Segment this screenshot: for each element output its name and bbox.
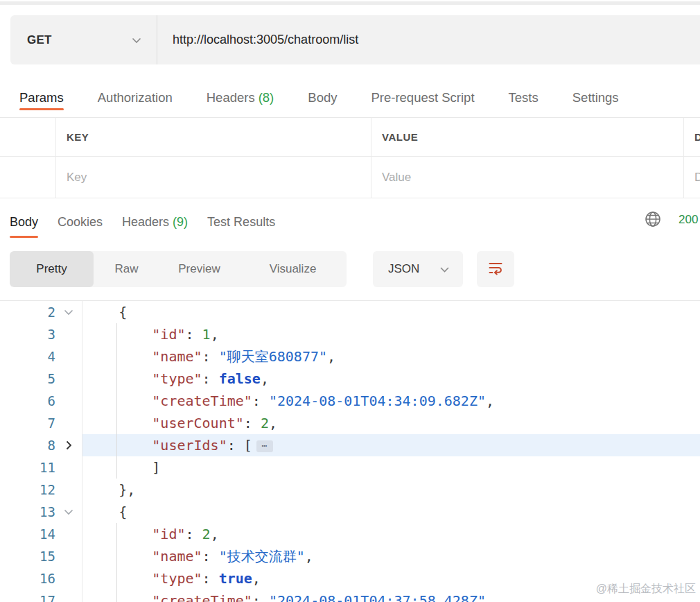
token-punc bbox=[85, 393, 152, 409]
code-line-3: 3 "id": 1, bbox=[0, 323, 700, 345]
response-format-dropdown[interactable]: JSON bbox=[373, 251, 463, 287]
token-key: "userIds" bbox=[152, 437, 227, 454]
token-punc bbox=[85, 570, 152, 587]
line-number: 11 bbox=[0, 456, 55, 479]
code-line-7: 7 "userCount": 2, bbox=[0, 412, 700, 434]
token-punc: , bbox=[211, 526, 219, 542]
collapsed-ellipsis-badge[interactable]: ⋯ bbox=[256, 440, 273, 452]
response-tabs: BodyCookiesHeaders(9)Test Results bbox=[0, 205, 275, 239]
code-text: "id": 2, bbox=[82, 523, 700, 545]
token-punc: , bbox=[327, 348, 335, 365]
token-punc: , bbox=[252, 570, 261, 587]
fold-gutter bbox=[55, 456, 82, 479]
token-punc: , bbox=[486, 592, 494, 602]
response-status-badge: 200 bbox=[679, 213, 698, 227]
token-punc: , bbox=[269, 415, 277, 431]
globe-icon[interactable] bbox=[645, 211, 661, 227]
line-number: 13 bbox=[0, 501, 55, 523]
token-str: "聊天室680877" bbox=[219, 348, 327, 365]
fold-collapse-icon[interactable] bbox=[55, 301, 82, 323]
response-format-label: JSON bbox=[388, 262, 419, 276]
fold-expand-icon[interactable] bbox=[55, 434, 82, 456]
params-description-input[interactable]: Description bbox=[683, 157, 700, 198]
fold-collapse-icon[interactable] bbox=[55, 501, 82, 523]
tab-settings[interactable]: Settings bbox=[572, 78, 619, 117]
token-punc: , bbox=[261, 370, 269, 387]
indent-guide bbox=[116, 567, 117, 590]
http-method-select[interactable]: GET bbox=[10, 15, 157, 64]
token-punc: }, bbox=[85, 481, 135, 498]
token-punc bbox=[85, 415, 152, 431]
line-number: 7 bbox=[0, 412, 55, 434]
url-input[interactable]: http://localhost:3005/chatroom/list bbox=[157, 15, 700, 64]
code-line-14: 14 "id": 2, bbox=[0, 523, 700, 545]
code-line-13: 13 { bbox=[0, 501, 700, 523]
code-text: "name": "聊天室680877", bbox=[82, 345, 700, 368]
token-punc: : bbox=[202, 548, 219, 565]
tab-label: Body bbox=[10, 215, 38, 230]
view-tab-preview[interactable]: Preview bbox=[159, 251, 239, 287]
tab-body[interactable]: Body bbox=[308, 78, 337, 117]
code-text: }, bbox=[82, 479, 700, 501]
indent-guide bbox=[116, 434, 117, 456]
http-method-label: GET bbox=[27, 33, 52, 47]
code-text: "createTime": "2024-08-01T04:34:09.682Z"… bbox=[82, 390, 700, 412]
token-punc bbox=[85, 548, 152, 565]
token-punc bbox=[85, 526, 152, 542]
params-table-header: KEY VALUE DESCRIPTION bbox=[0, 118, 700, 157]
tab-authorization[interactable]: Authorization bbox=[98, 78, 173, 117]
tab-headers[interactable]: Headers(8) bbox=[207, 78, 274, 117]
tab-label: Body bbox=[308, 90, 337, 105]
code-text: "type": false, bbox=[82, 368, 700, 390]
code-line-5: 5 "type": false, bbox=[0, 368, 700, 390]
response-tab-headers[interactable]: Headers(9) bbox=[122, 205, 188, 239]
response-tab-body[interactable]: Body bbox=[10, 205, 38, 239]
tab-count-badge: (8) bbox=[259, 90, 274, 105]
fold-gutter bbox=[55, 479, 82, 501]
token-punc: : bbox=[202, 370, 219, 387]
token-punc: { bbox=[85, 304, 127, 320]
fold-gutter bbox=[55, 412, 82, 434]
view-tab-raw[interactable]: Raw bbox=[94, 251, 159, 287]
indent-guide bbox=[116, 545, 117, 567]
line-number: 12 bbox=[0, 479, 55, 501]
params-key-header: KEY bbox=[55, 118, 371, 156]
view-tab-pretty[interactable]: Pretty bbox=[10, 251, 94, 287]
token-num: 2 bbox=[202, 526, 211, 542]
request-url-bar: GET http://localhost:3005/chatroom/list bbox=[10, 15, 700, 64]
token-num: 2 bbox=[261, 415, 269, 431]
tab-label: Params bbox=[19, 90, 64, 105]
token-punc bbox=[85, 437, 152, 454]
token-key: "name" bbox=[152, 348, 202, 365]
params-checkbox-column bbox=[0, 118, 55, 156]
line-number: 17 bbox=[0, 590, 55, 602]
tab-pre-request-script[interactable]: Pre-request Script bbox=[371, 78, 474, 117]
token-key: "id" bbox=[152, 526, 185, 542]
fold-gutter bbox=[55, 523, 82, 545]
tab-tests[interactable]: Tests bbox=[509, 78, 539, 117]
token-punc bbox=[85, 592, 152, 602]
response-tab-cookies[interactable]: Cookies bbox=[58, 205, 103, 239]
line-number: 8 bbox=[0, 434, 55, 456]
indent-guide bbox=[116, 456, 117, 479]
fold-gutter bbox=[55, 390, 82, 412]
indent-guide bbox=[116, 412, 117, 434]
params-value-input[interactable]: Value bbox=[371, 157, 683, 198]
token-punc: : bbox=[186, 326, 202, 343]
fold-gutter bbox=[55, 590, 82, 602]
tab-label: Settings bbox=[572, 90, 619, 105]
line-number: 14 bbox=[0, 523, 55, 545]
line-number: 5 bbox=[0, 368, 55, 390]
token-punc bbox=[85, 370, 152, 387]
tab-label: Headers bbox=[122, 215, 169, 230]
response-tab-test-results[interactable]: Test Results bbox=[207, 205, 275, 239]
code-text: { bbox=[82, 301, 700, 323]
params-key-input[interactable]: Key bbox=[55, 157, 371, 198]
code-text: "name": "技术交流群", bbox=[82, 545, 700, 567]
token-punc: : bbox=[202, 570, 219, 587]
tab-params[interactable]: Params bbox=[19, 78, 64, 117]
code-text: { bbox=[82, 501, 700, 523]
view-tab-visualize[interactable]: Visualize bbox=[239, 251, 347, 287]
wrap-text-button[interactable] bbox=[477, 251, 514, 287]
token-punc: , bbox=[305, 548, 313, 565]
